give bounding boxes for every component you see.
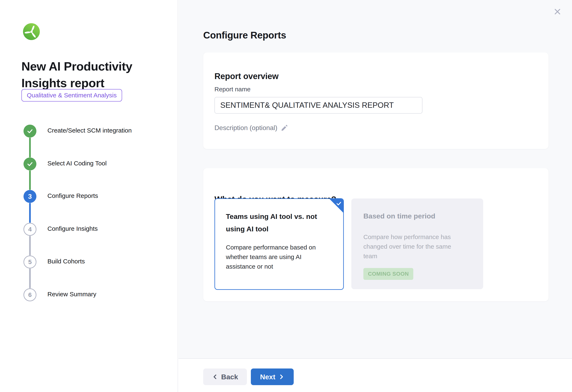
- step-number-text: 6: [28, 291, 32, 298]
- step-number-text: 4: [28, 226, 32, 233]
- stepper-connector: [29, 170, 31, 190]
- report-overview-card: Report overview Report name Description …: [203, 52, 549, 149]
- next-button[interactable]: Next: [251, 369, 294, 385]
- back-button[interactable]: Back: [203, 369, 247, 385]
- report-name-label: Report name: [214, 86, 250, 93]
- check-icon: [336, 200, 342, 207]
- option-teams-vs-not[interactable]: Teams using AI tool vs. not using AI too…: [214, 198, 344, 290]
- back-button-label: Back: [221, 373, 238, 381]
- option-title: Based on time period: [363, 210, 467, 222]
- stepper-connector: [29, 268, 31, 288]
- step-done-icon: [23, 158, 36, 170]
- pencil-icon: [281, 124, 288, 132]
- stepper-connector: [29, 138, 31, 158]
- step-label: Configure Reports: [48, 192, 98, 199]
- step-number: 3: [23, 190, 36, 203]
- chevron-left-icon: [212, 374, 218, 380]
- coming-soon-badge: COMING SOON: [363, 268, 413, 280]
- next-button-label: Next: [260, 373, 275, 381]
- step-number: 6: [23, 288, 36, 301]
- step-label: Configure Insights: [48, 225, 98, 232]
- option-description: Compare performance based on whether tea…: [226, 243, 324, 271]
- page-title: Configure Reports: [203, 30, 286, 41]
- step-label: Build Cohorts: [48, 258, 85, 265]
- stepper-connector: [29, 203, 31, 223]
- wizard-page: New AI Productivity Insights report Qual…: [0, 0, 572, 392]
- step-number-text: 3: [28, 193, 32, 200]
- step-number: 4: [23, 223, 36, 236]
- description-label: Description (optional): [214, 124, 277, 132]
- step-label: Create/Select SCM integration: [48, 127, 132, 134]
- description-edit[interactable]: Description (optional): [214, 124, 288, 132]
- configure-reports-panel: Configure Reports Report overview Report…: [178, 0, 572, 358]
- report-overview-heading: Report overview: [214, 72, 279, 81]
- close-icon[interactable]: [553, 7, 562, 16]
- report-name-input[interactable]: [214, 97, 422, 114]
- step-number-text: 5: [28, 259, 32, 265]
- stepper-connector: [29, 236, 31, 256]
- wizard-footer: Back Next: [178, 358, 572, 392]
- wizard-stepper: Create/Select SCM integration Select AI …: [0, 0, 178, 312]
- option-description: Compare how performance has changed over…: [363, 232, 463, 261]
- option-time-period: Based on time period Compare how perform…: [351, 198, 483, 289]
- step-label: Select AI Coding Tool: [48, 160, 107, 167]
- step-done-icon: [23, 125, 36, 138]
- step-label: Review Summary: [48, 291, 96, 298]
- wizard-sidebar: New AI Productivity Insights report Qual…: [0, 0, 178, 392]
- step-number: 5: [23, 256, 36, 268]
- chevron-right-icon: [278, 374, 285, 380]
- option-title: Teams using AI tool vs. not using AI too…: [226, 210, 326, 235]
- measure-card: What do you want to measure? Teams using…: [203, 168, 549, 301]
